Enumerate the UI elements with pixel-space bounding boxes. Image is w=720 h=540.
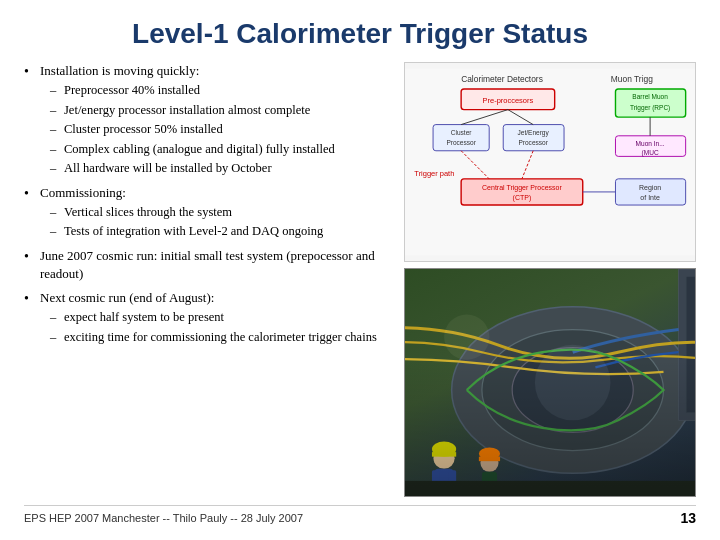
sub-item-1-2: Jet/energy processor installation almost…: [50, 102, 394, 120]
footer-left-text: EPS HEP 2007 Manchester -- Thilo Pauly -…: [24, 512, 303, 524]
svg-text:Jet/Energy: Jet/Energy: [518, 129, 550, 137]
bullet-item-2: Commissioning: Vertical slices through t…: [24, 184, 394, 241]
sub-item-2-2: Tests of integration with Level-2 and DA…: [50, 223, 394, 241]
trigger-diagram: Calorimeter Detectors Muon Trigg Pre-pro…: [404, 62, 696, 262]
svg-text:Pre-proccesors: Pre-proccesors: [483, 96, 534, 105]
svg-text:Processor: Processor: [446, 139, 476, 146]
sub-item-1-5: All hardware will be installed by Octobe…: [50, 160, 394, 178]
bullet-main-1: Installation is moving quickly:: [40, 63, 199, 78]
svg-text:Cluster: Cluster: [451, 129, 473, 136]
sub-list-2: Vertical slices through the system Tests…: [40, 204, 394, 241]
diagram-svg: Calorimeter Detectors Muon Trigg Pre-pro…: [405, 63, 695, 261]
svg-point-58: [444, 314, 489, 359]
slide: Level-1 Calorimeter Trigger Status Insta…: [0, 0, 720, 540]
svg-text:(CTP): (CTP): [513, 194, 532, 202]
svg-text:Trigger (RPC): Trigger (RPC): [630, 104, 670, 112]
bullet-item-1: Installation is moving quickly: Preproce…: [24, 62, 394, 178]
bullet-main-3: June 2007 cosmic run: initial small test…: [40, 248, 375, 281]
sub-item-1-3: Cluster processor 50% installed: [50, 121, 394, 139]
sub-item-1-1: Preprocessor 40% installed: [50, 82, 394, 100]
right-column: Calorimeter Detectors Muon Trigg Pre-pro…: [404, 62, 696, 497]
detector-photo: [404, 268, 696, 497]
bullet-item-3: June 2007 cosmic run: initial small test…: [24, 247, 394, 283]
svg-text:Muon Trigg: Muon Trigg: [611, 74, 653, 84]
sub-list-4: expect half system to be present excitin…: [40, 309, 394, 346]
footer-page-number: 13: [680, 510, 696, 526]
bullet-main-4: Next cosmic run (end of August):: [40, 290, 214, 305]
svg-text:Barrel Muon: Barrel Muon: [632, 93, 668, 100]
bullet-main-2: Commissioning:: [40, 185, 126, 200]
svg-text:Muon In...: Muon In...: [636, 140, 665, 147]
svg-text:of Inte: of Inte: [640, 194, 660, 201]
slide-title: Level-1 Calorimeter Trigger Status: [24, 18, 696, 50]
content-area: Installation is moving quickly: Preproce…: [24, 62, 696, 497]
svg-text:Central Trigger Processor: Central Trigger Processor: [482, 184, 562, 192]
sub-item-1-4: Complex cabling (analogue and digital) f…: [50, 141, 394, 159]
bullet-item-4: Next cosmic run (end of August): expect …: [24, 289, 394, 346]
svg-text:(MUC: (MUC: [642, 149, 659, 157]
svg-text:Processor: Processor: [518, 139, 548, 146]
sub-item-2-1: Vertical slices through the system: [50, 204, 394, 222]
svg-text:Trigger path: Trigger path: [414, 169, 454, 178]
sub-item-4-1: expect half system to be present: [50, 309, 394, 327]
left-column: Installation is moving quickly: Preproce…: [24, 62, 394, 497]
sub-item-4-2: exciting time for commissioning the calo…: [50, 329, 394, 347]
photo-overlay: [405, 360, 695, 496]
footer: EPS HEP 2007 Manchester -- Thilo Pauly -…: [24, 505, 696, 526]
bullet-list: Installation is moving quickly: Preproce…: [24, 62, 394, 346]
svg-text:Calorimeter Detectors: Calorimeter Detectors: [461, 74, 543, 84]
sub-list-1: Preprocessor 40% installed Jet/energy pr…: [40, 82, 394, 178]
svg-text:Region: Region: [639, 184, 661, 192]
